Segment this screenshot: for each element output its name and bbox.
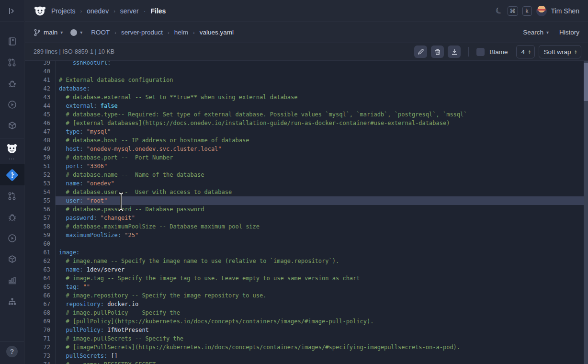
dark-mode-toggle[interactable]: ☾ — [494, 5, 505, 17]
line-content[interactable]: tag: "" — [56, 283, 588, 291]
code-line[interactable]: 50 # database.port -- Port Number — [25, 153, 588, 162]
breadcrumb-item-onedev[interactable]: onedev — [87, 7, 109, 15]
line-content[interactable]: type: "mysql" — [56, 127, 588, 136]
line-content[interactable]: # [imagePullSecrets](https://kubernetes.… — [56, 343, 588, 352]
sidebar-item-project-issues[interactable] — [0, 206, 24, 228]
line-number[interactable]: 71 — [25, 334, 56, 343]
line-number[interactable]: 52 — [25, 171, 56, 179]
sidebar-item-packages[interactable] — [0, 115, 24, 136]
sidebar-item-project-packages[interactable] — [0, 249, 24, 270]
line-number[interactable]: 48 — [25, 136, 56, 145]
line-number[interactable]: 63 — [25, 265, 56, 274]
code-line[interactable]: 41# External database configuration — [25, 76, 588, 84]
line-number[interactable]: 72 — [25, 343, 56, 352]
line-number[interactable]: 57 — [25, 214, 56, 222]
code-line[interactable]: 45 # database.type-- Required: Set type … — [25, 110, 588, 119]
code-line[interactable]: 43 # database.external -- Set to **true*… — [25, 93, 588, 102]
sidebar-item-book[interactable] — [0, 31, 24, 52]
code-line[interactable]: 52 # database.name -- Name of the databa… — [25, 171, 588, 179]
code-editor[interactable]: 39 sshRootUrl:4041# External database co… — [25, 61, 588, 364]
code-line[interactable]: 56 # database.password -- Database passw… — [25, 205, 588, 214]
line-content[interactable]: # database.external -- Set to **true** w… — [56, 93, 588, 102]
line-content[interactable]: sshRootUrl: — [56, 61, 588, 67]
line-number[interactable]: 68 — [25, 308, 56, 317]
line-content[interactable]: maximumPoolSize: "25" — [56, 231, 588, 239]
line-content[interactable]: # image.pullPolicy -- Specify the — [56, 308, 588, 317]
line-number[interactable]: 66 — [25, 291, 56, 300]
line-number[interactable]: 43 — [25, 93, 56, 102]
line-content[interactable]: # - name: REGISTRY-SECRET — [56, 360, 588, 364]
line-number[interactable]: 69 — [25, 317, 56, 326]
line-number[interactable]: 50 — [25, 153, 56, 162]
line-content[interactable]: pullPolicy: IfNotPresent — [56, 326, 588, 334]
line-content[interactable]: # database.name -- Name of the database — [56, 171, 588, 179]
line-number[interactable]: 65 — [25, 283, 56, 291]
user-name[interactable]: Tim Shen — [551, 7, 579, 15]
line-number[interactable]: 45 — [25, 110, 56, 119]
code-line[interactable]: 47 type: "mysql" — [25, 127, 588, 136]
code-line[interactable]: 60 — [25, 239, 588, 248]
line-content[interactable] — [56, 239, 588, 248]
sidebar-more-button[interactable]: ⋯ — [9, 157, 16, 164]
line-content[interactable]: # [pullPolicy](https://kubernetes.io/doc… — [56, 317, 588, 326]
line-number[interactable]: 67 — [25, 300, 56, 308]
code-line[interactable]: 74 # - name: REGISTRY-SECRET — [25, 360, 588, 364]
line-number[interactable]: 70 — [25, 326, 56, 334]
code-line[interactable]: 53 name: "onedev" — [25, 179, 588, 188]
code-line[interactable]: 48 # database.host -- IP address or host… — [25, 136, 588, 145]
line-number[interactable]: 74 — [25, 360, 56, 364]
code-line[interactable]: 63 name: 1dev/server — [25, 265, 588, 274]
line-content[interactable]: # image.pullSecrets -- Specify the — [56, 334, 588, 343]
sidebar-item-code-active[interactable] — [0, 164, 24, 185]
line-content[interactable]: image: — [56, 248, 588, 257]
code-line[interactable]: 57 password: "changeit" — [25, 214, 588, 222]
code-line[interactable]: 65 tag: "" — [25, 283, 588, 291]
line-content[interactable]: # image.repository -- Specify the image … — [56, 291, 588, 300]
sidebar-item-project-pull-requests[interactable] — [0, 185, 24, 206]
code-line[interactable]: 59 maximumPoolSize: "25" — [25, 231, 588, 239]
tab-size-select[interactable]: 4 ▴▾ — [516, 45, 535, 58]
line-content[interactable]: # database.password -- Database password — [56, 205, 588, 214]
line-content[interactable]: # External database configuration — [56, 76, 588, 84]
line-number[interactable]: 62 — [25, 257, 56, 265]
path-item-helm[interactable]: helm — [174, 29, 188, 36]
path-item-root[interactable]: ROOT — [91, 29, 110, 36]
sidebar-item-project-builds[interactable] — [0, 228, 24, 249]
edit-button[interactable] — [414, 46, 427, 58]
code-line[interactable]: 44 external: false — [25, 102, 588, 110]
code-line[interactable]: 62 # image.name -- Specify the image nam… — [25, 257, 588, 265]
breadcrumb-item-projects[interactable]: Projects — [51, 7, 76, 15]
line-number[interactable]: 73 — [25, 352, 56, 360]
download-button[interactable] — [448, 46, 461, 58]
line-number[interactable]: 64 — [25, 274, 56, 283]
line-content[interactable] — [56, 67, 588, 76]
line-number[interactable]: 47 — [25, 127, 56, 136]
scrollbar[interactable] — [584, 61, 588, 364]
line-content[interactable]: # image.name -- Specify the image name t… — [56, 257, 588, 265]
line-number[interactable]: 55 — [25, 196, 56, 205]
line-content[interactable]: # database.host -- IP address or hostnam… — [56, 136, 588, 145]
code-line[interactable]: 58 # database.maximumPoolSize -- Databas… — [25, 222, 588, 231]
help-button[interactable]: ? — [6, 346, 18, 357]
line-number[interactable]: 41 — [25, 76, 56, 84]
line-number[interactable]: 39 — [25, 61, 56, 67]
line-number[interactable]: 40 — [25, 67, 56, 76]
delete-button[interactable] — [431, 46, 444, 58]
line-number[interactable]: 60 — [25, 239, 56, 248]
project-avatar[interactable] — [0, 140, 24, 157]
user-avatar[interactable] — [536, 6, 547, 16]
ref-type-select[interactable]: ▾ — [70, 29, 82, 36]
line-number[interactable]: 46 — [25, 119, 56, 127]
line-content[interactable]: # image.tag -- Specify the image tag to … — [56, 274, 588, 283]
code-line[interactable]: 49 host: "onedev-mysql.onedev.svc.cluste… — [25, 145, 588, 153]
search-button[interactable]: Search ▾ — [523, 29, 549, 36]
code-line[interactable]: 61image: — [25, 248, 588, 257]
line-number[interactable]: 59 — [25, 231, 56, 239]
branch-select[interactable]: main ▾ — [34, 29, 63, 36]
line-content[interactable]: user: "root" — [56, 196, 588, 205]
code-line[interactable]: 39 sshRootUrl: — [25, 61, 588, 67]
sidebar-expand-toggle[interactable] — [0, 3, 24, 19]
line-number[interactable]: 56 — [25, 205, 56, 214]
sidebar-item-child-projects[interactable] — [0, 291, 24, 312]
line-content[interactable]: # database.user -- User with access to d… — [56, 188, 588, 196]
